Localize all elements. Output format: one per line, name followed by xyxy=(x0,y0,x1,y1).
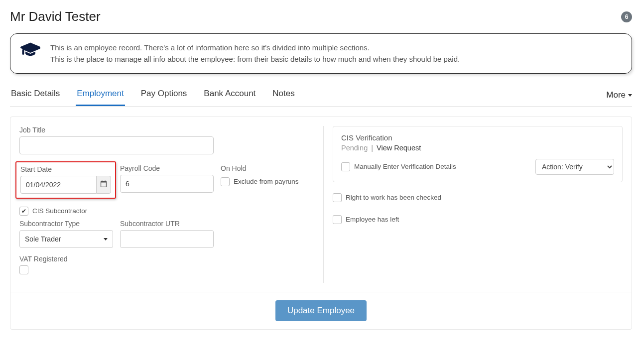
manual-verification-checkbox[interactable] xyxy=(341,162,350,171)
graduation-cap-icon xyxy=(20,42,40,59)
on-hold-label: On Hold xyxy=(221,164,314,172)
vat-registered-label: VAT Registered xyxy=(19,255,314,263)
cis-subcontractor-label: CIS Subcontractor xyxy=(32,207,87,215)
subcontractor-type-label: Subcontractor Type xyxy=(19,220,113,228)
info-text: This is an employee record. There's a lo… xyxy=(50,42,460,65)
caret-down-icon xyxy=(104,238,108,241)
info-line-1: This is an employee record. There's a lo… xyxy=(50,42,460,53)
divider: | xyxy=(371,144,373,152)
cis-verification-panel: CIS Verification Pending | View Request … xyxy=(333,126,623,182)
start-date-highlight: Start Date xyxy=(15,161,116,199)
right-to-work-checkbox[interactable] xyxy=(333,193,342,202)
subcontractor-type-value: Sole Trader xyxy=(25,235,61,243)
caret-down-icon xyxy=(628,94,632,97)
job-title-label: Job Title xyxy=(19,126,314,134)
update-employee-button[interactable]: Update Employee xyxy=(275,300,367,321)
subcontractor-type-select[interactable]: Sole Trader xyxy=(19,230,113,248)
manual-verification-label: Manually Enter Verification Details xyxy=(354,163,456,170)
tab-notes[interactable]: Notes xyxy=(271,85,295,106)
cis-verification-title: CIS Verification xyxy=(341,133,614,142)
vat-registered-checkbox[interactable] xyxy=(19,265,28,274)
job-title-input[interactable] xyxy=(19,136,214,154)
tab-employment[interactable]: Employment xyxy=(76,85,125,106)
payroll-code-input[interactable] xyxy=(120,175,214,193)
calendar-button[interactable] xyxy=(96,176,111,194)
view-request-link[interactable]: View Request xyxy=(377,144,421,152)
right-to-work-label: Right to work has been checked xyxy=(346,194,441,201)
tab-more-dropdown[interactable]: More xyxy=(606,90,632,106)
start-date-input[interactable] xyxy=(20,176,96,194)
cis-status: Pending xyxy=(341,144,368,152)
page-title: Mr David Tester xyxy=(10,9,101,24)
notification-badge[interactable]: 6 xyxy=(621,11,632,22)
info-panel: This is an employee record. There's a lo… xyxy=(10,33,632,74)
info-line-2: This is the place to manage all info abo… xyxy=(50,53,460,65)
cis-action-select[interactable]: Action: Verify xyxy=(535,159,614,175)
tab-basic-details[interactable]: Basic Details xyxy=(10,85,61,106)
employee-left-checkbox[interactable] xyxy=(333,215,342,224)
subcontractor-utr-label: Subcontractor UTR xyxy=(120,220,214,228)
tab-pay-options[interactable]: Pay Options xyxy=(140,85,188,106)
start-date-label: Start Date xyxy=(20,165,111,173)
form-panel: Job Title Start Date xyxy=(10,117,632,330)
exclude-payruns-label: Exclude from payruns xyxy=(234,178,299,185)
tabs: Basic Details Employment Pay Options Ban… xyxy=(10,85,632,107)
exclude-payruns-checkbox[interactable] xyxy=(221,177,230,186)
subcontractor-utr-input[interactable] xyxy=(120,230,214,248)
cis-subcontractor-checkbox[interactable] xyxy=(19,207,28,216)
calendar-icon xyxy=(100,180,107,189)
employee-left-label: Employee has left xyxy=(346,216,399,223)
payroll-code-label: Payroll Code xyxy=(120,164,214,172)
tab-bank-account[interactable]: Bank Account xyxy=(203,85,257,106)
tab-more-label: More xyxy=(606,90,626,100)
